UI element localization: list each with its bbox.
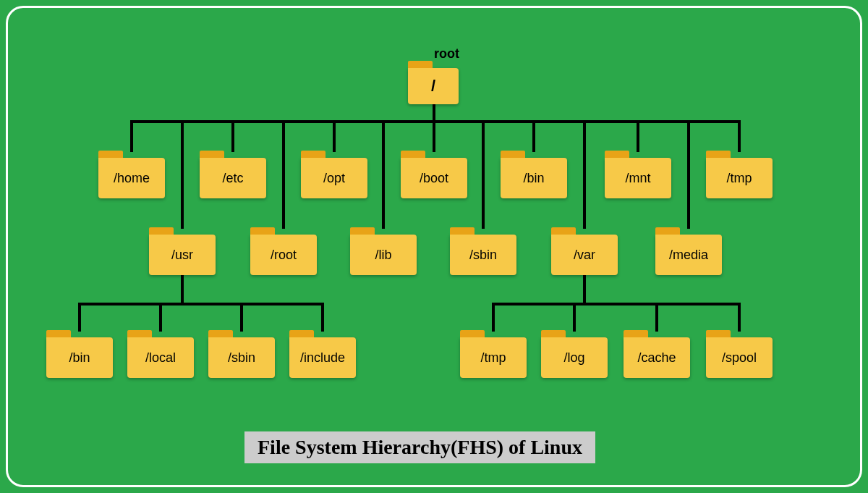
connector bbox=[687, 120, 690, 229]
folder-var-spool: /spool bbox=[706, 337, 773, 378]
connector bbox=[240, 303, 243, 332]
folder-var-cache: /cache bbox=[624, 337, 690, 378]
folder-label: /tmp bbox=[480, 350, 506, 366]
folder-usr-bin: /bin bbox=[46, 337, 113, 378]
connector bbox=[321, 303, 324, 332]
connector bbox=[655, 303, 658, 332]
folder-label: /sbin bbox=[228, 350, 255, 366]
connector bbox=[583, 275, 586, 304]
folder-home: /home bbox=[98, 158, 165, 198]
folder-mnt: /mnt bbox=[605, 158, 671, 198]
connector bbox=[482, 120, 485, 229]
folder-usr-include: /include bbox=[289, 337, 356, 378]
folder-label: /include bbox=[300, 350, 345, 366]
folder-label: /local bbox=[145, 350, 176, 366]
diagram-title: File System Hierarchy(FHS) of Linux bbox=[244, 431, 595, 463]
folder-sbin: /sbin bbox=[450, 235, 516, 275]
connector bbox=[333, 120, 336, 152]
folder-label: /mnt bbox=[625, 171, 650, 186]
folder-label: /sbin bbox=[469, 248, 497, 263]
folder-var-log: /log bbox=[541, 337, 608, 378]
folder-bin: /bin bbox=[501, 158, 567, 198]
folder-usr-sbin: /sbin bbox=[208, 337, 275, 378]
connector bbox=[738, 120, 741, 152]
folder-root-text: / bbox=[431, 77, 435, 96]
connector bbox=[738, 303, 741, 332]
connector bbox=[181, 275, 184, 304]
folder-tmp: /tmp bbox=[706, 158, 773, 198]
connector bbox=[573, 303, 576, 332]
folder-etc: /etc bbox=[200, 158, 266, 198]
root-label: root bbox=[434, 46, 459, 62]
folder-label: /lib bbox=[375, 248, 391, 263]
connector bbox=[231, 120, 234, 152]
connector bbox=[492, 303, 495, 332]
folder-label: /tmp bbox=[726, 171, 752, 186]
folder-label: /root bbox=[271, 248, 297, 263]
folder-label: /var bbox=[574, 248, 595, 263]
connector bbox=[130, 120, 741, 123]
folder-label: /log bbox=[563, 350, 584, 366]
connector bbox=[181, 120, 184, 229]
connector bbox=[382, 120, 385, 229]
folder-media: /media bbox=[655, 235, 722, 275]
connector bbox=[433, 104, 435, 122]
connector bbox=[532, 120, 535, 152]
folder-var: /var bbox=[551, 235, 618, 275]
folder-var-tmp: /tmp bbox=[460, 337, 527, 378]
connector bbox=[433, 120, 435, 152]
folder-label: /spool bbox=[722, 350, 757, 366]
folder-label: /boot bbox=[420, 171, 448, 186]
folder-label: /bin bbox=[69, 350, 90, 366]
folder-lib: /lib bbox=[350, 235, 417, 275]
connector bbox=[637, 120, 639, 152]
folder-root: / bbox=[408, 68, 459, 104]
folder-label: /bin bbox=[523, 171, 544, 186]
connector bbox=[583, 120, 586, 229]
folder-usr-local: /local bbox=[127, 337, 194, 378]
folder-opt: /opt bbox=[301, 158, 367, 198]
folder-label: /usr bbox=[171, 248, 193, 263]
folder-root-dir: /root bbox=[250, 235, 317, 275]
connector bbox=[130, 120, 133, 152]
connector bbox=[78, 303, 324, 306]
folder-boot: /boot bbox=[401, 158, 467, 198]
folder-label: /home bbox=[114, 171, 150, 186]
connector bbox=[78, 303, 81, 332]
folder-label: /media bbox=[669, 248, 708, 263]
connector bbox=[282, 120, 285, 229]
folder-usr: /usr bbox=[149, 235, 216, 275]
folder-label: /etc bbox=[222, 171, 243, 186]
connector bbox=[159, 303, 162, 332]
folder-label: /opt bbox=[323, 171, 345, 186]
folder-label: /cache bbox=[637, 350, 676, 366]
connector bbox=[492, 303, 741, 306]
